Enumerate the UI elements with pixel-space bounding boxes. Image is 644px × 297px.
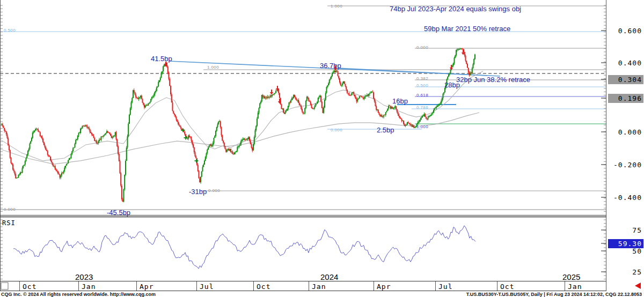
axis-corner-box[interactable] [1, 283, 8, 289]
status-bar-contract-info: T.US.BUS30Y-T.US.BUS05Y, Daily | Fri Aug… [466, 292, 642, 297]
axis-ticks [1, 5, 606, 279]
status-bar-copyright: CQG Inc. © 2024 All rights reserved worl… [1, 292, 156, 297]
rsi-line [13, 226, 475, 269]
moving-average-slow [0, 113, 479, 164]
moving-average-fast [0, 71, 483, 161]
cqg-chart-window: 1.0000.5000.0001.0000.3820.5000.6180.786… [0, 0, 644, 297]
rsi-panel-label: RSI [2, 219, 16, 227]
candlesticks [2, 48, 475, 202]
chart-canvas[interactable] [0, 0, 644, 297]
panel-borders [0, 0, 606, 291]
trendline-2[interactable] [338, 68, 487, 76]
scroll-left-arrow-icon[interactable] [635, 283, 641, 289]
